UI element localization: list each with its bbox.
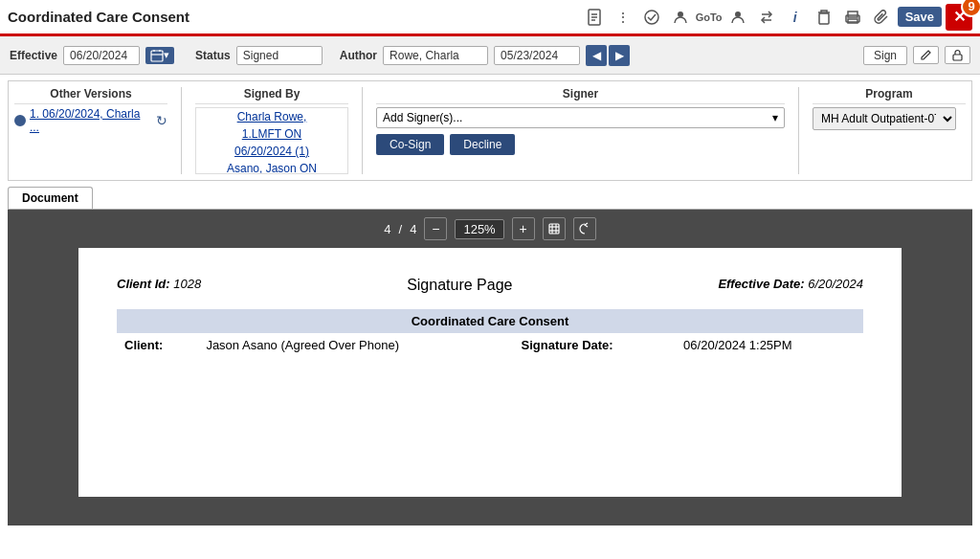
doc-toolbar: 4 / 4 − 125% +: [15, 217, 965, 240]
svg-point-5: [678, 11, 683, 17]
attachment-icon[interactable]: [869, 5, 894, 30]
signer-col: Signer Add Signer(s)... ▾ Co-Sign Declin…: [376, 87, 785, 174]
divider1: [181, 87, 182, 174]
svg-point-6: [735, 11, 741, 17]
signed-by-col: Signed By Charla Rowe,1.LMFT ON06/20/202…: [195, 87, 348, 174]
effective-label: Effective: [10, 49, 57, 62]
dropdown-arrow: ▾: [772, 111, 778, 124]
radio-dot: [14, 115, 26, 126]
signer-header: Signer: [376, 87, 785, 104]
toolbar-icons: ⋮ GoTo i: [582, 4, 972, 31]
signed-by-scroll[interactable]: Charla Rowe,1.LMFT ON06/20/2024 (1) Asan…: [195, 107, 348, 174]
title-bar: Coordinated Care Consent ⋮ GoTo: [0, 0, 980, 36]
prev-arrow[interactable]: ◀: [586, 45, 607, 66]
svg-rect-9: [819, 13, 829, 24]
zoom-in-button[interactable]: +: [512, 217, 535, 240]
version-link[interactable]: 1. 06/20/2024, Charla ...: [30, 107, 152, 134]
doc-tab-bar: Document: [8, 187, 972, 210]
other-versions-col: Other Versions 1. 06/20/2024, Charla ...…: [14, 87, 167, 174]
rotate-button[interactable]: [573, 217, 596, 240]
program-col: Program MH Adult Outpatient-07: [813, 87, 966, 174]
signed-by-header: Signed By: [195, 87, 348, 104]
badge-count: 9: [961, 0, 980, 17]
next-arrow[interactable]: ▶: [609, 45, 630, 66]
decline-button[interactable]: Decline: [450, 134, 515, 155]
user-icon[interactable]: [668, 5, 693, 30]
author-date: 05/23/2024: [494, 46, 580, 65]
goto-label[interactable]: GoTo: [697, 5, 722, 30]
author-label: Author: [340, 49, 377, 62]
edit-button[interactable]: [913, 46, 939, 64]
nav-arrows: ◀ ▶: [586, 45, 630, 66]
doc-effective-block: Effective Date: 6/20/2024: [718, 277, 863, 294]
refresh-icon[interactable]: ↻: [156, 113, 167, 128]
transfer-icon[interactable]: [754, 5, 779, 30]
document-tab[interactable]: Document: [8, 187, 93, 209]
print-icon[interactable]: [840, 5, 865, 30]
version-item: 1. 06/20/2024, Charla ... ↻: [14, 107, 167, 134]
client-value-cell: Jason Asano (Agreed Over Phone): [198, 333, 513, 357]
other-versions-header: Other Versions: [14, 87, 167, 104]
doc-content: Client Id: 1028 Signature Page Effective…: [78, 248, 902, 497]
program-header: Program: [813, 87, 966, 104]
checkmark-icon[interactable]: [639, 5, 664, 30]
client-id-label: Client Id: 1028: [117, 277, 201, 291]
page-separator: /: [399, 222, 403, 236]
status-label: Status: [195, 49, 231, 62]
svg-point-4: [645, 11, 658, 24]
table-title: Coordinated Care Consent: [117, 309, 863, 333]
notification-badge: ✕ 9: [946, 4, 972, 31]
person-icon[interactable]: [725, 5, 750, 30]
divider2: [362, 87, 363, 174]
total-pages: 4: [410, 222, 416, 236]
doc-viewer[interactable]: 4 / 4 − 125% + Client Id: 1028 Signature…: [8, 210, 972, 525]
fit-page-button[interactable]: [543, 217, 566, 240]
page-title: Coordinated Care Consent: [8, 9, 189, 25]
effective-date: 06/20/2024: [63, 46, 140, 65]
svg-rect-10: [848, 11, 858, 17]
divider3: [798, 87, 799, 174]
doc-header-row: Client Id: 1028 Signature Page Effective…: [117, 277, 863, 294]
doc-page-title: Signature Page: [201, 277, 718, 294]
signed-by-name-1[interactable]: Charla Rowe,1.LMFT ON06/20/2024 (1): [234, 110, 309, 158]
add-signer-dropdown[interactable]: Add Signer(s)... ▾: [376, 107, 785, 128]
program-select[interactable]: MH Adult Outpatient-07: [813, 107, 956, 130]
signature-date-label-cell: Signature Date:: [514, 333, 677, 357]
client-id-block: Client Id: 1028: [117, 277, 201, 294]
sign-button[interactable]: Sign: [863, 46, 907, 65]
document-icon[interactable]: [582, 5, 607, 30]
signer-actions: Co-Sign Decline: [376, 134, 785, 155]
signed-section: Other Versions 1. 06/20/2024, Charla ...…: [8, 80, 972, 181]
signature-date-value-cell: 06/20/2024 1:25PM: [676, 333, 863, 357]
svg-rect-17: [953, 55, 962, 60]
client-label-cell: Client:: [117, 333, 198, 357]
lock-button[interactable]: [945, 46, 970, 64]
current-page: 4: [384, 222, 390, 236]
svg-rect-18: [549, 224, 559, 234]
signed-by-name-2[interactable]: Asano, Jason ON: [227, 162, 317, 174]
cosign-button[interactable]: Co-Sign: [376, 134, 444, 155]
add-signer-label: Add Signer(s)...: [383, 111, 462, 124]
header-bar: Effective 06/20/2024 ▾ Status Signed Aut…: [0, 36, 980, 75]
more-icon[interactable]: ⋮: [611, 5, 635, 30]
save-button[interactable]: Save: [898, 7, 942, 27]
signed-by-list: Charla Rowe,1.LMFT ON06/20/2024 (1) Asan…: [196, 108, 347, 174]
info-icon[interactable]: i: [783, 5, 808, 30]
zoom-value: 125%: [455, 219, 503, 239]
svg-rect-12: [848, 19, 858, 23]
zoom-out-button[interactable]: −: [424, 217, 447, 240]
status-value: Signed: [236, 46, 323, 65]
svg-rect-13: [151, 51, 163, 61]
calendar-button[interactable]: ▾: [145, 47, 174, 64]
trash-icon[interactable]: [812, 5, 836, 30]
doc-table: Coordinated Care Consent Client: Jason A…: [117, 309, 863, 357]
author-value: Rowe, Charla: [383, 46, 488, 65]
